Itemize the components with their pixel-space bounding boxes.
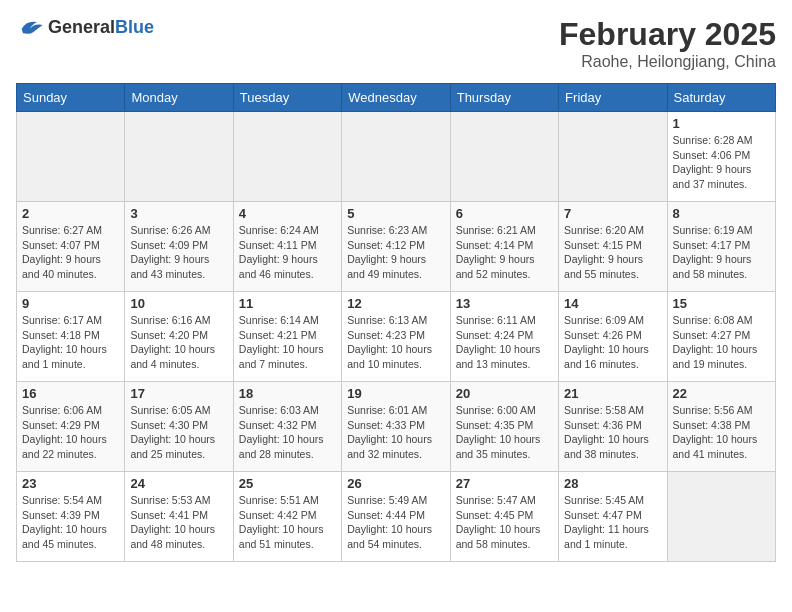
day-info: Sunrise: 6:24 AM Sunset: 4:11 PM Dayligh… (239, 223, 336, 282)
day-number: 21 (564, 386, 661, 401)
weekday-header-friday: Friday (559, 84, 667, 112)
day-info: Sunrise: 5:56 AM Sunset: 4:38 PM Dayligh… (673, 403, 770, 462)
day-number: 10 (130, 296, 227, 311)
calendar-cell (233, 112, 341, 202)
day-number: 8 (673, 206, 770, 221)
calendar-cell: 4Sunrise: 6:24 AM Sunset: 4:11 PM Daylig… (233, 202, 341, 292)
calendar-cell: 9Sunrise: 6:17 AM Sunset: 4:18 PM Daylig… (17, 292, 125, 382)
calendar-cell: 27Sunrise: 5:47 AM Sunset: 4:45 PM Dayli… (450, 472, 558, 562)
logo-text-blue: Blue (115, 17, 154, 38)
calendar-cell: 2Sunrise: 6:27 AM Sunset: 4:07 PM Daylig… (17, 202, 125, 292)
calendar-cell: 14Sunrise: 6:09 AM Sunset: 4:26 PM Dayli… (559, 292, 667, 382)
day-info: Sunrise: 5:51 AM Sunset: 4:42 PM Dayligh… (239, 493, 336, 552)
day-info: Sunrise: 6:27 AM Sunset: 4:07 PM Dayligh… (22, 223, 119, 282)
calendar-cell (559, 112, 667, 202)
day-info: Sunrise: 6:11 AM Sunset: 4:24 PM Dayligh… (456, 313, 553, 372)
day-number: 15 (673, 296, 770, 311)
weekday-header-saturday: Saturday (667, 84, 775, 112)
calendar-cell: 18Sunrise: 6:03 AM Sunset: 4:32 PM Dayli… (233, 382, 341, 472)
calendar-cell: 21Sunrise: 5:58 AM Sunset: 4:36 PM Dayli… (559, 382, 667, 472)
day-number: 12 (347, 296, 444, 311)
calendar-cell: 1Sunrise: 6:28 AM Sunset: 4:06 PM Daylig… (667, 112, 775, 202)
page-header: General Blue February 2025 Raohe, Heilon… (16, 16, 776, 71)
day-info: Sunrise: 6:08 AM Sunset: 4:27 PM Dayligh… (673, 313, 770, 372)
calendar-cell: 26Sunrise: 5:49 AM Sunset: 4:44 PM Dayli… (342, 472, 450, 562)
day-number: 26 (347, 476, 444, 491)
day-number: 14 (564, 296, 661, 311)
calendar-cell: 24Sunrise: 5:53 AM Sunset: 4:41 PM Dayli… (125, 472, 233, 562)
day-number: 7 (564, 206, 661, 221)
calendar-week-2: 2Sunrise: 6:27 AM Sunset: 4:07 PM Daylig… (17, 202, 776, 292)
day-number: 19 (347, 386, 444, 401)
weekday-header-wednesday: Wednesday (342, 84, 450, 112)
day-info: Sunrise: 6:28 AM Sunset: 4:06 PM Dayligh… (673, 133, 770, 192)
day-number: 18 (239, 386, 336, 401)
calendar-cell: 12Sunrise: 6:13 AM Sunset: 4:23 PM Dayli… (342, 292, 450, 382)
day-number: 5 (347, 206, 444, 221)
day-info: Sunrise: 5:49 AM Sunset: 4:44 PM Dayligh… (347, 493, 444, 552)
calendar-cell (342, 112, 450, 202)
day-info: Sunrise: 6:14 AM Sunset: 4:21 PM Dayligh… (239, 313, 336, 372)
calendar-subtitle: Raohe, Heilongjiang, China (559, 53, 776, 71)
weekday-header-thursday: Thursday (450, 84, 558, 112)
day-info: Sunrise: 6:03 AM Sunset: 4:32 PM Dayligh… (239, 403, 336, 462)
logo-text-general: General (48, 17, 115, 38)
day-info: Sunrise: 5:47 AM Sunset: 4:45 PM Dayligh… (456, 493, 553, 552)
day-number: 28 (564, 476, 661, 491)
day-info: Sunrise: 6:20 AM Sunset: 4:15 PM Dayligh… (564, 223, 661, 282)
calendar-cell: 11Sunrise: 6:14 AM Sunset: 4:21 PM Dayli… (233, 292, 341, 382)
calendar-cell: 28Sunrise: 5:45 AM Sunset: 4:47 PM Dayli… (559, 472, 667, 562)
calendar-cell: 3Sunrise: 6:26 AM Sunset: 4:09 PM Daylig… (125, 202, 233, 292)
calendar-cell (17, 112, 125, 202)
day-number: 24 (130, 476, 227, 491)
day-number: 23 (22, 476, 119, 491)
calendar-cell: 19Sunrise: 6:01 AM Sunset: 4:33 PM Dayli… (342, 382, 450, 472)
day-number: 25 (239, 476, 336, 491)
day-info: Sunrise: 6:01 AM Sunset: 4:33 PM Dayligh… (347, 403, 444, 462)
calendar-cell: 10Sunrise: 6:16 AM Sunset: 4:20 PM Dayli… (125, 292, 233, 382)
calendar-cell (125, 112, 233, 202)
calendar-title: February 2025 (559, 16, 776, 53)
calendar-week-3: 9Sunrise: 6:17 AM Sunset: 4:18 PM Daylig… (17, 292, 776, 382)
calendar-cell: 17Sunrise: 6:05 AM Sunset: 4:30 PM Dayli… (125, 382, 233, 472)
calendar-cell (667, 472, 775, 562)
calendar-table: SundayMondayTuesdayWednesdayThursdayFrid… (16, 83, 776, 562)
day-info: Sunrise: 6:16 AM Sunset: 4:20 PM Dayligh… (130, 313, 227, 372)
day-info: Sunrise: 6:00 AM Sunset: 4:35 PM Dayligh… (456, 403, 553, 462)
calendar-cell: 25Sunrise: 5:51 AM Sunset: 4:42 PM Dayli… (233, 472, 341, 562)
day-number: 2 (22, 206, 119, 221)
weekday-header-monday: Monday (125, 84, 233, 112)
calendar-week-1: 1Sunrise: 6:28 AM Sunset: 4:06 PM Daylig… (17, 112, 776, 202)
day-info: Sunrise: 5:53 AM Sunset: 4:41 PM Dayligh… (130, 493, 227, 552)
logo-bird-icon (16, 16, 44, 38)
weekday-header-tuesday: Tuesday (233, 84, 341, 112)
title-area: February 2025 Raohe, Heilongjiang, China (559, 16, 776, 71)
calendar-cell: 6Sunrise: 6:21 AM Sunset: 4:14 PM Daylig… (450, 202, 558, 292)
day-info: Sunrise: 6:23 AM Sunset: 4:12 PM Dayligh… (347, 223, 444, 282)
calendar-cell: 7Sunrise: 6:20 AM Sunset: 4:15 PM Daylig… (559, 202, 667, 292)
day-info: Sunrise: 6:21 AM Sunset: 4:14 PM Dayligh… (456, 223, 553, 282)
day-number: 4 (239, 206, 336, 221)
day-info: Sunrise: 5:54 AM Sunset: 4:39 PM Dayligh… (22, 493, 119, 552)
day-info: Sunrise: 6:17 AM Sunset: 4:18 PM Dayligh… (22, 313, 119, 372)
day-info: Sunrise: 5:45 AM Sunset: 4:47 PM Dayligh… (564, 493, 661, 552)
day-info: Sunrise: 6:19 AM Sunset: 4:17 PM Dayligh… (673, 223, 770, 282)
calendar-header-row: SundayMondayTuesdayWednesdayThursdayFrid… (17, 84, 776, 112)
calendar-cell: 8Sunrise: 6:19 AM Sunset: 4:17 PM Daylig… (667, 202, 775, 292)
day-info: Sunrise: 6:05 AM Sunset: 4:30 PM Dayligh… (130, 403, 227, 462)
calendar-cell: 13Sunrise: 6:11 AM Sunset: 4:24 PM Dayli… (450, 292, 558, 382)
day-info: Sunrise: 6:09 AM Sunset: 4:26 PM Dayligh… (564, 313, 661, 372)
calendar-cell: 15Sunrise: 6:08 AM Sunset: 4:27 PM Dayli… (667, 292, 775, 382)
calendar-cell (450, 112, 558, 202)
day-number: 13 (456, 296, 553, 311)
day-info: Sunrise: 6:26 AM Sunset: 4:09 PM Dayligh… (130, 223, 227, 282)
day-info: Sunrise: 6:06 AM Sunset: 4:29 PM Dayligh… (22, 403, 119, 462)
day-number: 27 (456, 476, 553, 491)
calendar-week-5: 23Sunrise: 5:54 AM Sunset: 4:39 PM Dayli… (17, 472, 776, 562)
day-info: Sunrise: 6:13 AM Sunset: 4:23 PM Dayligh… (347, 313, 444, 372)
day-number: 11 (239, 296, 336, 311)
day-number: 16 (22, 386, 119, 401)
day-number: 20 (456, 386, 553, 401)
day-number: 3 (130, 206, 227, 221)
calendar-cell: 16Sunrise: 6:06 AM Sunset: 4:29 PM Dayli… (17, 382, 125, 472)
